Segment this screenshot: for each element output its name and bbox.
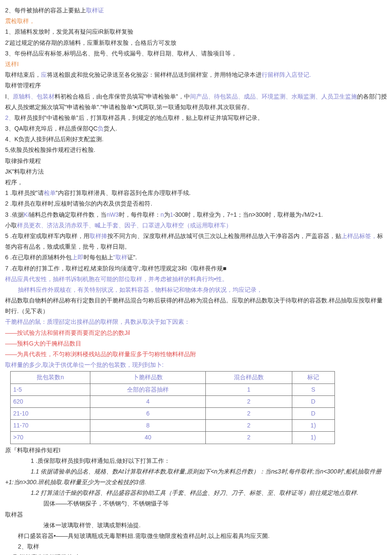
para: 取样结束后，应将送检眼皮和批化验记录送至各化验宓：留样样品送到留样室，并用特地记… — [5, 70, 387, 80]
table-header: 标记 — [292, 372, 334, 384]
para: 液体一玻璃取样管、玻璃或塑料油提. — [5, 520, 387, 531]
para: 4、K负责人接到样品后刚好支配监测. — [5, 134, 387, 145]
para: 6 .在已取样的原辅料外包上即时每包贴上"取样证". — [5, 252, 387, 263]
heading: 程序， — [5, 177, 387, 188]
heading: JK"料取样方法 — [5, 166, 387, 177]
para: 1.2 打算清洁干燥的取样器、样品盛容器和协助工具（手套、样品盒、好刀、刀子、标… — [5, 488, 387, 498]
para: 1 .取样员按"请检单"内容打算取样潜具、取样容器到仓库办理取样手续. — [5, 188, 387, 198]
table-header: 批包装数n — [11, 372, 90, 384]
para: 样口盛装容器•——具短玻璃瓶或无毒塑料妞.需取微生物限度检查样品时,以上相应着具… — [5, 531, 387, 541]
para: 5 .在取样室或取样车内取样，用取样捧按不同方向、深度取样,样品故城可供三次以上… — [5, 231, 387, 252]
para: ——为具代表性，不匀称浏料楼残站品的取样量应多于匀称性物料样品附 — [5, 349, 387, 360]
para: 样品数取自物料的样品称有行定数目的干脆样品混合匀称后获得的样品称为混合样品。应取… — [5, 295, 387, 317]
table-row: 1-5 仝部的容器抽样 1 S — [11, 384, 335, 395]
para: ——预料G大的干腌样品数目 — [5, 338, 387, 349]
para: 2、取样员接到"中请检验单"后，打算取样器具，到规定的地点取样，贴上取样证并填写… — [5, 113, 387, 123]
table-row: >70 40 2 1) — [11, 432, 335, 444]
table-row: 11-70 8 2 1) — [11, 420, 335, 432]
para: 2.1取样前应先进行现场核对： — [5, 552, 387, 555]
para: 取样量的多少,取决于供优单位一个批的包装数，现列到加卜: — [5, 360, 387, 370]
para: 1 .质保部取样员接到取样通知后,做好以下打算工作： — [5, 456, 387, 466]
table-header: 卜脆样品数 — [90, 372, 206, 384]
heading: 原『料取样操作短程I — [5, 445, 387, 456]
para: 1.1 依据请验单的品名、规格、数At计算取样样本数,取样量,原则如下<n为来料… — [5, 466, 387, 488]
sampling-table: 批包装数n 卜脆样品数 混合样品数 标记 1-5 仝部的容器抽样 1 S 620… — [10, 371, 335, 444]
para: 干脆样品的鼠：质理郤定出接样品的取样限，具数从取决于如下因素： — [5, 317, 387, 327]
para: 3、年份样品应有标签,标明品名、批号、代号或漏号、取样日期、取样人、请脸项目等， — [5, 48, 387, 59]
para: 3、QA取样充埠后，样品质保部QC负货人. — [5, 123, 387, 134]
para: 2、每件被抽样的容器上要贴上取样证 — [5, 5, 387, 16]
para: 1、原辅料发放时，发觉其有疑问应iR新取样复验 — [5, 26, 387, 37]
heading: 取样器 — [5, 509, 387, 520]
table-header-row: 批包装数n 卜脆样品数 混合样品数 标记 — [11, 372, 335, 384]
para: ——按试验方法和留样而要而要而定的总的数Jil — [5, 328, 387, 338]
para: 2 .取样员在取样时,应核时请验尔的内衣及供货是否相符. — [5, 198, 387, 209]
para: 抽样料应作外观核在，有关特别状况，如装料容器，物料标记和物体本身的状况，均应记录… — [5, 285, 387, 295]
para: 固体——不锈钢探子，不锈钢勺、不锈钢慑子等 — [5, 498, 387, 509]
table-header: 混合样品数 — [206, 372, 292, 384]
para: I、原轴料、包装材料初检合格后，由仓库保管员填写"申请检验单"，中间产品、待包装… — [5, 91, 387, 113]
para: 小取样员更衣、济沽及消赤双手、喊上手套、因子、口罩进入取样空（或运用取样车） — [5, 220, 387, 231]
heading: 震检取样， — [5, 16, 387, 26]
para: 5,依脸员按检脸操作规程进行检脸. — [5, 145, 387, 155]
table-row: 21-10 6 2 D — [11, 407, 335, 419]
table-row: 620 4 2 D — [11, 395, 335, 407]
heading: 取律操作规程 — [5, 156, 387, 166]
heading: 取样管理程序 — [5, 80, 387, 91]
para: 7 .在取样的打算工作，取样过程,绪束阶段均须遵守,:取样笆理观定3和《取样畏作… — [5, 263, 387, 274]
para: 2'超过规定的储存期的原辅料，应重新取样发脸，合格后方可发放 — [5, 38, 387, 48]
para: 样品应具代发性，抽样书诉制机胞在可能的部位取样，并考虑被抽样的料典行均•性。 — [5, 274, 387, 285]
heading: 送样I — [5, 59, 387, 70]
para: 2、取样 — [5, 541, 387, 552]
para: 3 .依据Ki辅料总件数确定取样件数，当nW3时，每件取样：n为1-300时，取… — [5, 209, 387, 220]
